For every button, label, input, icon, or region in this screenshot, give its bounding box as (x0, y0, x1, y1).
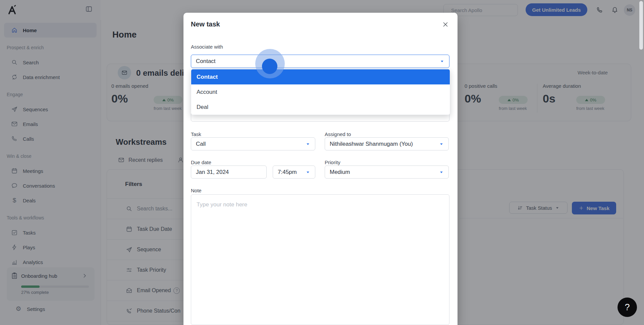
caret-down-icon (306, 142, 310, 146)
associate-with-select[interactable]: Contact (191, 55, 449, 68)
priority-label: Priority (325, 159, 340, 165)
task-label: Task (191, 131, 201, 137)
assigned-to-value: Nithileashwar Shanmugam (You) (330, 141, 413, 147)
caret-down-icon (440, 59, 444, 64)
priority-select[interactable]: Medium (325, 166, 449, 179)
due-time-select[interactable]: 7:45pm (273, 166, 315, 179)
modal-title: New task (191, 20, 220, 28)
task-type-select[interactable]: Call (191, 137, 315, 150)
due-date-value: Jan 31, 2024 (196, 169, 229, 176)
new-task-modal: New task Associate with Contact ContactA… (183, 13, 458, 325)
associate-with-dropdown: ContactAccountDeal (191, 69, 450, 115)
note-textarea[interactable] (191, 194, 449, 325)
close-icon[interactable] (442, 21, 449, 28)
note-label: Note (191, 188, 202, 193)
scrollbar-thumb[interactable] (639, 1, 643, 50)
assigned-to-select[interactable]: Nithileashwar Shanmugam (You) (325, 137, 449, 150)
app-root: { "topbar": { "search_placeholder": "Sea… (0, 0, 644, 325)
dropdown-option-deal[interactable]: Deal (191, 100, 450, 115)
caret-down-icon (439, 170, 444, 175)
caret-down-icon (439, 142, 444, 146)
due-time-value: 7:45pm (278, 169, 297, 176)
priority-value: Medium (330, 169, 350, 176)
task-type-value: Call (196, 141, 206, 147)
associate-with-value: Contact (196, 58, 216, 65)
caret-down-icon (306, 170, 310, 175)
dropdown-option-account[interactable]: Account (191, 84, 450, 100)
due-date-label: Due date (191, 159, 211, 165)
help-button[interactable]: ? (618, 298, 637, 317)
assigned-to-label: Assigned to (325, 131, 351, 137)
associate-with-label: Associate with (191, 44, 223, 50)
dropdown-option-contact[interactable]: Contact (191, 69, 450, 84)
due-date-input[interactable]: Jan 31, 2024 (191, 166, 267, 179)
